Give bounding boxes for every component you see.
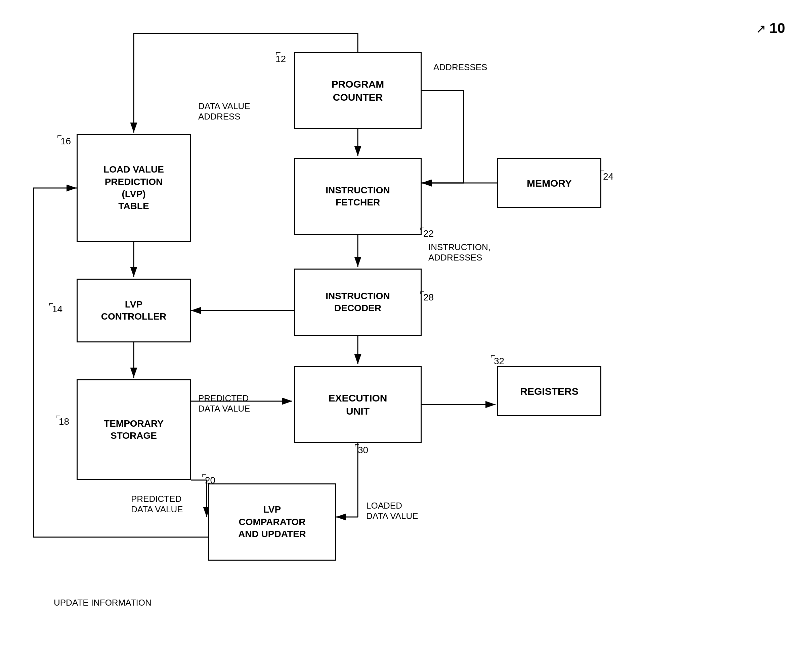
lvp-table-block: LOAD VALUE PREDICTION (LVP) TABLE xyxy=(77,134,191,242)
ref-32: 32 xyxy=(494,356,504,367)
label-predicted-data-value-1: PREDICTED DATA VALUE xyxy=(198,383,250,414)
memory-block: MEMORY xyxy=(497,158,601,208)
lvp-comparator-block: LVP COMPARATOR AND UPDATER xyxy=(208,484,336,560)
ref-20: 20 xyxy=(205,475,215,486)
ref-16: 16 xyxy=(61,136,71,147)
label-instruction-addresses: INSTRUCTION, ADDRESSES xyxy=(428,232,490,263)
registers-block: REGISTERS xyxy=(497,366,601,416)
instruction-fetcher-block: INSTRUCTION FETCHER xyxy=(294,158,421,235)
label-predicted-data-value-2: PREDICTED DATA VALUE xyxy=(131,484,183,515)
diagram-container: PROGRAM COUNTER 12 ⌐ INSTRUCTION FETCHER… xyxy=(0,0,812,661)
label-data-value-address: DATA VALUE ADDRESS xyxy=(198,91,250,122)
ref-30: 30 xyxy=(358,445,368,455)
figure-number: ↗ 10 xyxy=(756,20,785,36)
lvp-controller-block: LVP CONTROLLER xyxy=(77,279,191,342)
label-loaded-data-value: LOADED DATA VALUE xyxy=(366,490,418,521)
instruction-decoder-block: INSTRUCTION DECODER xyxy=(294,268,421,336)
label-update-information: UPDATE INFORMATION xyxy=(54,597,152,608)
ref-14: 14 xyxy=(52,304,62,315)
ref-24: 24 xyxy=(603,171,613,182)
ref-28: 28 xyxy=(423,292,434,303)
temporary-storage-block: TEMPORARY STORAGE xyxy=(77,379,191,480)
program-counter-block: PROGRAM COUNTER xyxy=(294,52,421,129)
label-addresses: ADDRESSES xyxy=(433,62,487,72)
execution-unit-block: EXECUTION UNIT xyxy=(294,366,421,443)
ref-18: 18 xyxy=(59,416,69,427)
